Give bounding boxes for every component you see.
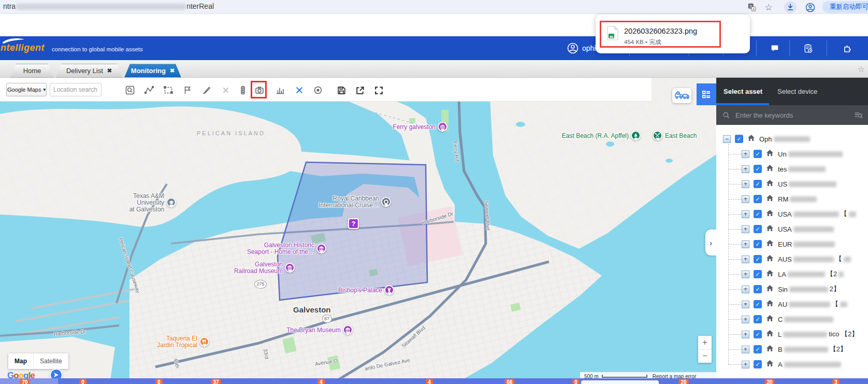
url-text[interactable]: ntranterReal	[3, 2, 214, 10]
expand-icon[interactable]: +	[742, 301, 749, 308]
tree-item-row[interactable]: +✓EUR	[742, 239, 835, 249]
area-zoom-icon[interactable]	[124, 84, 136, 96]
tree-item-row[interactable]: +✓LA【2	[742, 269, 844, 279]
checkbox-checked[interactable]: ✓	[754, 225, 762, 233]
ruler-icon[interactable]	[237, 84, 249, 96]
external-link-icon[interactable]	[354, 84, 366, 96]
download-icon[interactable]	[784, 1, 797, 13]
fullscreen-icon[interactable]	[373, 84, 384, 96]
draw-rectangle-icon[interactable]	[163, 84, 174, 96]
map-marker-tree[interactable]	[631, 131, 641, 140]
target-icon[interactable]	[312, 84, 324, 96]
expand-icon[interactable]: +	[742, 331, 749, 338]
checkbox-checked[interactable]: ✓	[754, 255, 762, 263]
checkbox-checked[interactable]: ✓	[754, 240, 762, 248]
center-crosshair-icon[interactable]	[294, 84, 305, 96]
expand-icon[interactable]: +	[742, 361, 749, 368]
chart-icon[interactable]	[274, 84, 286, 96]
status-count-badge[interactable]: 20	[764, 379, 774, 384]
panel-toggle-button[interactable]	[697, 83, 716, 105]
expand-icon[interactable]: +	[742, 346, 749, 353]
tab-monitoring[interactable]: Monitoring✖	[124, 64, 181, 78]
translate-icon[interactable]: 文A	[746, 1, 758, 13]
expand-icon[interactable]: +	[742, 240, 749, 248]
expand-icon[interactable]: +	[742, 150, 749, 158]
collapse-icon[interactable]: −	[723, 135, 731, 143]
checkbox-checked[interactable]: ✓	[754, 315, 762, 323]
checkbox-checked[interactable]: ✓	[754, 150, 762, 158]
chat-button[interactable]	[760, 40, 789, 56]
tabbar-star-icon[interactable]: ☆	[858, 64, 865, 74]
panel-search-bar[interactable]: Enter the keywords	[716, 105, 868, 125]
checkbox-checked[interactable]: ✓	[754, 360, 762, 368]
schedule-button[interactable]	[793, 40, 822, 56]
draw-polyline-icon[interactable]	[143, 84, 155, 96]
tree-item-row[interactable]: +✓C	[742, 314, 833, 324]
status-count-badge[interactable]: 0	[155, 379, 163, 384]
map-marker-question[interactable]: ?	[348, 218, 359, 229]
panel-tab-select-device[interactable]: Select device	[777, 88, 817, 95]
vehicle-history-button[interactable]	[672, 88, 691, 103]
status-count-badge[interactable]: 66	[504, 379, 514, 384]
checkbox-checked[interactable]: ✓	[754, 180, 762, 188]
map-marker-museum[interactable]	[343, 325, 353, 335]
checkbox-checked[interactable]: ✓	[754, 195, 762, 203]
tree-item-row[interactable]: +✓US	[742, 179, 836, 189]
map-marker-museum[interactable]	[285, 263, 295, 273]
expand-icon[interactable]: +	[742, 286, 749, 293]
plugins-button[interactable]	[831, 40, 865, 56]
status-count-badge[interactable]: 0	[79, 379, 86, 384]
map-provider-dropdown[interactable]: Google Maps▾	[6, 83, 47, 96]
status-count-badge[interactable]: 3	[832, 379, 840, 384]
tree-item-row[interactable]: +✓AU【	[742, 299, 847, 309]
map-marker-ring[interactable]	[381, 197, 391, 207]
save-icon[interactable]	[336, 84, 347, 96]
location-search-input[interactable]	[50, 83, 102, 96]
tab-delivery-list[interactable]: Delivery List✖	[56, 64, 122, 78]
zoom-out-button[interactable]: −	[698, 350, 712, 363]
tab-close-icon[interactable]: ✖	[170, 67, 175, 74]
map-marker-museum[interactable]	[316, 244, 326, 253]
checkbox-checked[interactable]: ✓	[735, 135, 743, 143]
status-count-badge[interactable]: 0	[572, 379, 580, 384]
map-marker-tools[interactable]	[653, 131, 662, 140]
map-type-satellite-button[interactable]: Satellite	[33, 353, 68, 369]
checkbox-checked[interactable]: ✓	[754, 270, 762, 278]
tree-item-row[interactable]: +✓tes	[742, 164, 826, 174]
profile-icon[interactable]	[804, 1, 816, 13]
tab-close-icon[interactable]: ✖	[107, 67, 112, 74]
checkbox-checked[interactable]: ✓	[754, 285, 762, 293]
tree-item-row[interactable]: +✓Ltico 【2】	[742, 329, 858, 339]
expand-icon[interactable]: +	[742, 165, 749, 173]
status-count-badge[interactable]: 70	[20, 379, 30, 384]
checkbox-checked[interactable]: ✓	[754, 165, 762, 173]
map-marker-food[interactable]	[199, 337, 209, 347]
tree-item-row[interactable]: +✓USA【	[742, 209, 856, 219]
bookmark-star-icon[interactable]: ☆	[762, 1, 775, 13]
panel-collapse-handle[interactable]: ›	[705, 230, 716, 255]
checkbox-checked[interactable]: ✓	[754, 345, 762, 353]
tree-item-row[interactable]: +✓B【2】	[742, 344, 847, 354]
map-marker-camera[interactable]	[438, 122, 447, 132]
tree-item-row[interactable]: +✓A	[742, 359, 841, 369]
flag-icon[interactable]	[182, 84, 193, 96]
status-count-badge[interactable]: 4	[317, 379, 325, 384]
panel-tab-select-asset[interactable]: Select asset	[724, 88, 762, 95]
expand-icon[interactable]: +	[742, 210, 749, 218]
expand-icon[interactable]: +	[742, 180, 749, 188]
restart-update-button[interactable]: 重新启动即可更	[822, 1, 868, 13]
expand-icon[interactable]: +	[742, 271, 749, 278]
map-marker-castle[interactable]	[384, 285, 394, 295]
checkbox-checked[interactable]: ✓	[754, 300, 762, 308]
status-count-badge[interactable]: 37	[211, 379, 221, 384]
map-type-map-button[interactable]: Map	[8, 353, 33, 369]
brush-icon[interactable]	[201, 84, 212, 96]
tree-item-row[interactable]: +✓AUS【	[742, 254, 851, 264]
tree-item-row[interactable]: +✓USA	[742, 224, 834, 234]
expand-icon[interactable]: +	[742, 225, 749, 233]
tree-root-row[interactable]: −✓Oph	[723, 134, 810, 144]
map-canvas[interactable]: Ferry galvestonEast Beach (R.A. Apffel)E…	[0, 78, 716, 384]
tree-item-row[interactable]: +✓Un	[742, 149, 843, 159]
expand-icon[interactable]: +	[742, 316, 749, 323]
expand-icon[interactable]: +	[742, 195, 749, 203]
